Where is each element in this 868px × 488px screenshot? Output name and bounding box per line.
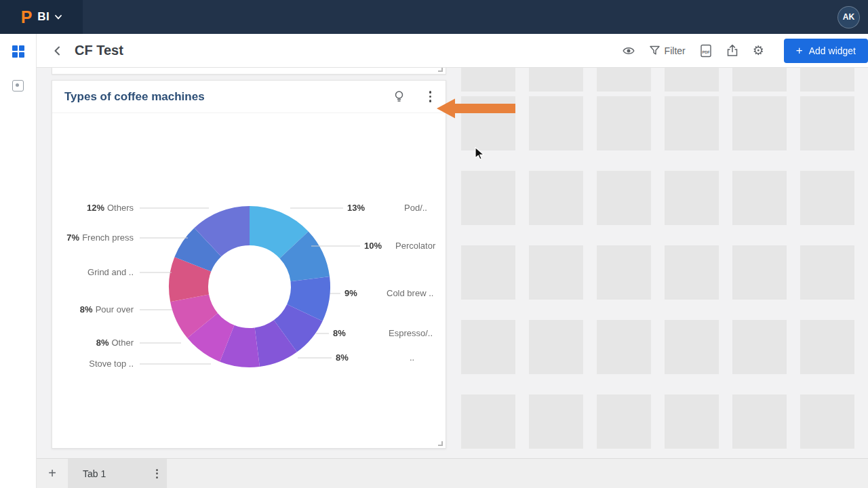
grid-placeholder — [597, 394, 651, 449]
tab-tab1[interactable]: Tab 1 — [68, 459, 167, 488]
dashboard-canvas: Types of coffee machines — [37, 68, 868, 458]
top-navbar: P BI AK — [0, 0, 868, 34]
slice-percent: 9% — [344, 287, 357, 300]
grid-placeholder — [732, 394, 787, 449]
filter-funnel-icon — [650, 45, 660, 56]
slice-label: 8%Other — [96, 337, 134, 349]
grid-placeholder — [597, 96, 651, 150]
svg-text:PDF: PDF — [702, 49, 710, 54]
settings-button[interactable]: ⚙ — [753, 44, 764, 57]
grid-placeholder — [800, 245, 854, 300]
donut-chart[interactable]: 12%Others7%French pressGrind and ..8%Pou… — [52, 81, 446, 448]
grid-placeholder — [529, 68, 583, 92]
preview-button[interactable] — [622, 45, 635, 57]
add-tab-button[interactable]: + — [37, 459, 68, 488]
grid-placeholder — [597, 245, 651, 300]
grid-placeholder — [529, 394, 583, 449]
grid-placeholder — [665, 171, 719, 225]
grid-placeholder — [665, 68, 719, 92]
add-widget-button[interactable]: + Add widget — [784, 39, 868, 63]
logo-icon: P — [21, 9, 33, 26]
grid-placeholder — [461, 394, 515, 449]
grid-placeholder — [800, 320, 854, 374]
sidebar-item-dashboards[interactable] — [11, 44, 26, 59]
resize-corner-icon[interactable] — [438, 68, 443, 72]
grid-placeholder — [732, 171, 787, 225]
chevron-left-icon — [52, 45, 64, 57]
slice-label: Grind and .. — [87, 266, 134, 279]
slice-label: Pod/.. — [404, 202, 427, 214]
grid-placeholder — [665, 96, 719, 150]
grid-placeholder — [597, 68, 651, 92]
left-sidebar — [0, 34, 37, 488]
pdf-icon: PDF — [700, 44, 712, 58]
filter-button[interactable]: Filter — [650, 45, 686, 56]
dashboards-grid-icon — [12, 45, 24, 58]
tab-menu-button[interactable] — [154, 467, 160, 481]
grid-placeholder — [461, 68, 515, 92]
grid-placeholder — [529, 320, 583, 374]
tab-bar: + Tab 1 — [37, 458, 868, 488]
avatar[interactable]: AK — [837, 6, 860, 28]
grid-placeholder — [461, 245, 515, 300]
slice-label: Espresso/.. — [389, 327, 433, 340]
share-button[interactable] — [726, 44, 738, 57]
slice-label: 8%Pour over — [80, 304, 134, 316]
slice-label: Stove top .. — [89, 358, 134, 370]
export-pdf-button[interactable]: PDF — [700, 44, 712, 58]
grid-placeholder — [461, 320, 515, 374]
share-icon — [726, 44, 738, 57]
eye-icon — [622, 45, 635, 57]
slice-label: 7%French press — [66, 232, 134, 244]
chevron-down-icon — [55, 15, 62, 20]
grid-placeholder — [529, 171, 583, 225]
slice-percent: 8% — [333, 327, 346, 340]
slice-label: .. — [410, 352, 414, 364]
grid-placeholder — [529, 96, 583, 150]
grid-placeholder — [665, 245, 719, 300]
app-logo-menu[interactable]: P BI — [0, 0, 83, 34]
grid-placeholder — [800, 394, 854, 449]
page-title: CF Test — [75, 43, 123, 58]
data-cube-icon — [12, 80, 24, 92]
grid-placeholder — [732, 96, 787, 150]
slice-percent: 10% — [364, 240, 382, 252]
back-button[interactable] — [49, 42, 66, 60]
slice-label: 12%Others — [87, 202, 134, 214]
dashboard-header: CF Test Filter PDF — [37, 34, 868, 68]
grid-placeholder — [732, 320, 787, 374]
grid-placeholder — [665, 394, 719, 449]
grid-placeholder — [732, 68, 787, 92]
resize-corner-icon[interactable] — [438, 441, 443, 446]
grid-placeholder — [732, 245, 787, 300]
grid-placeholder — [665, 320, 719, 374]
add-widget-label: Add widget — [809, 45, 856, 56]
grid-placeholder — [597, 320, 651, 374]
filter-label: Filter — [665, 45, 686, 56]
tab-label: Tab 1 — [83, 468, 154, 479]
slice-label: Percolator — [395, 240, 435, 252]
product-label: BI — [37, 10, 50, 24]
slice-label: Cold brew .. — [387, 287, 433, 300]
grid-placeholder — [461, 171, 515, 225]
slice-percent: 8% — [336, 352, 349, 364]
grid-placeholder — [597, 171, 651, 225]
plus-icon: + — [796, 45, 803, 56]
grid-placeholder — [461, 96, 515, 150]
chart-widget: Types of coffee machines — [52, 80, 446, 449]
sidebar-item-data[interactable] — [11, 78, 26, 93]
grid-placeholder — [800, 96, 854, 150]
grid-placeholder — [529, 245, 583, 300]
partial-widget-edge — [52, 68, 446, 75]
gear-icon: ⚙ — [753, 44, 764, 57]
slice-percent: 13% — [347, 202, 365, 214]
grid-placeholder — [800, 68, 854, 92]
grid-placeholder — [800, 171, 854, 225]
